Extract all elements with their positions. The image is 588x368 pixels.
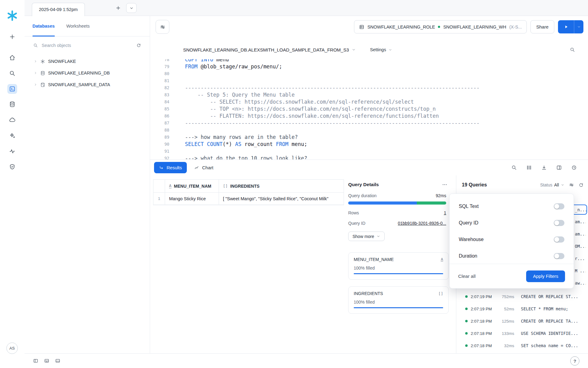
query-row-fragment[interactable]: OM... bbox=[575, 243, 586, 249]
query-history-row[interactable]: 2:07:19 PM52msSELECT * FROM menu; bbox=[456, 303, 588, 315]
query-row-fragment[interactable]: am... bbox=[575, 231, 586, 237]
add-tab-button[interactable] bbox=[113, 3, 123, 13]
array-type-icon: [] bbox=[223, 184, 228, 188]
menu-item-name-cell[interactable]: Mango Sticky Rice bbox=[165, 193, 219, 205]
refresh-objects-icon[interactable] bbox=[136, 43, 141, 48]
filter-toggle-row[interactable]: Duration bbox=[450, 248, 574, 264]
tab-list-dropdown[interactable] bbox=[126, 3, 137, 13]
chevron-right-icon[interactable] bbox=[34, 59, 37, 63]
column-stat-card[interactable]: MENU_ITEM_NAMEA100% filled bbox=[348, 252, 449, 280]
toggle-switch[interactable] bbox=[554, 236, 564, 243]
editor-line[interactable]: 81 bbox=[150, 77, 588, 84]
chart-tab-label: Chart bbox=[202, 165, 213, 170]
editor-line[interactable]: 85 -- TOP <n>: https://docs.snowflake.co… bbox=[150, 105, 588, 113]
editor-line[interactable]: 91 bbox=[150, 148, 588, 155]
new-worksheet-button[interactable] bbox=[7, 32, 17, 42]
column-header-ingredients[interactable]: [] INGREDIENTS bbox=[219, 180, 344, 192]
line-number: 91 bbox=[150, 148, 169, 155]
run-options-dropdown[interactable] bbox=[574, 20, 583, 33]
tree-item-snowflake_sample_data[interactable]: SNOWFLAKE_SAMPLE_DATA bbox=[24, 79, 150, 90]
search-nav-icon[interactable] bbox=[7, 68, 17, 78]
home-nav-icon[interactable] bbox=[7, 53, 17, 63]
results-tab[interactable]: Results bbox=[154, 162, 187, 173]
queries-count-title: 19 Queries bbox=[462, 182, 487, 188]
marketplace-cloud-icon[interactable] bbox=[7, 115, 17, 125]
tab-worksheets[interactable]: Worksheets bbox=[66, 16, 90, 36]
query-history-clock-icon[interactable] bbox=[571, 165, 577, 171]
toggle-knob bbox=[554, 204, 559, 209]
data-nav-icon[interactable] bbox=[7, 99, 17, 109]
editor-line[interactable]: 79FROM @blob_stage/raw_pos/menu/; bbox=[150, 63, 588, 70]
worksheet-settings-dropdown[interactable]: Settings bbox=[370, 47, 392, 52]
ai-ml-sparkle-icon[interactable] bbox=[7, 131, 17, 140]
worksheet-filters-button[interactable] bbox=[156, 20, 169, 34]
show-more-button[interactable]: Show more bbox=[348, 232, 385, 241]
layout-bottom-right-icon[interactable] bbox=[44, 358, 49, 363]
query-history-row[interactable]: 2:07:18 PM125msCREATE OR REPLACE TA... bbox=[456, 315, 588, 327]
toggle-switch[interactable] bbox=[554, 253, 564, 259]
editor-line[interactable]: 87--------------------------------------… bbox=[150, 120, 588, 127]
editor-search-icon[interactable] bbox=[570, 47, 575, 52]
editor-line[interactable]: 84 -- SELECT: https://docs.snowflake.com… bbox=[150, 98, 588, 105]
refresh-queries-icon[interactable] bbox=[579, 182, 584, 188]
share-button[interactable]: Share bbox=[530, 20, 554, 33]
status-filter-select[interactable]: Status All bbox=[540, 182, 564, 187]
editor-line[interactable]: 92---> what do the top 10 rows look like… bbox=[150, 155, 588, 159]
layout-bottom-panel-icon[interactable] bbox=[55, 358, 60, 363]
chevron-right-icon[interactable] bbox=[34, 83, 37, 86]
chart-tab[interactable]: Chart bbox=[189, 162, 218, 173]
sql-editor[interactable]: 78COPY INTO menu79FROM @blob_stage/raw_p… bbox=[150, 59, 588, 159]
line-number: 78 bbox=[150, 59, 169, 63]
query-details-more-icon[interactable] bbox=[442, 182, 447, 187]
queries-filter-icon[interactable] bbox=[569, 182, 574, 188]
editor-line[interactable]: 90SELECT COUNT(*) AS row_count FROM menu… bbox=[150, 141, 588, 148]
worksheet-context-breadcrumb[interactable]: SNOWFLAKE_LEARNING_DB.ALEXSMITH_LOAD_SAM… bbox=[183, 47, 356, 52]
activity-nav-icon[interactable] bbox=[7, 146, 17, 156]
apply-filters-button[interactable]: Apply Filters bbox=[526, 270, 565, 282]
ingredients-cell[interactable]: [ "Sweet Mango", "Sticky Salted Rice", "… bbox=[219, 193, 344, 205]
context-selector[interactable]: SNOWFLAKE_LEARNING_ROLE SNOWFLAKE_LEARNI… bbox=[354, 20, 527, 33]
editor-line[interactable]: 83 -- Step 5: Query the Menu table bbox=[150, 91, 588, 98]
columns-icon[interactable] bbox=[526, 165, 532, 171]
editor-line[interactable]: 80 bbox=[150, 70, 588, 77]
editor-line[interactable]: 86 -- FLATTEN: https://docs.snowflake.co… bbox=[150, 113, 588, 120]
worksheet-tab[interactable]: 2025-04-09 1:52pm bbox=[32, 3, 85, 16]
editor-line[interactable]: 78COPY INTO menu bbox=[150, 59, 588, 63]
tree-item-snowflake_learning_db[interactable]: SNOWFLAKE_LEARNING_DB bbox=[24, 67, 150, 79]
editor-line[interactable]: 88 bbox=[150, 127, 588, 134]
query-history-row[interactable]: 2:07:18 PM32msSET schema_name = CO... bbox=[456, 339, 588, 352]
query-history-row[interactable]: 2:07:18 PM133msUSE SCHEMA IDENTIFIE... bbox=[456, 327, 588, 339]
chevron-right-icon[interactable] bbox=[34, 71, 37, 75]
column-header-menu-item-name[interactable]: A MENU_ITEM_NAM bbox=[165, 180, 219, 192]
filter-toggle-row[interactable]: SQL Text bbox=[450, 198, 574, 215]
split-panel-icon[interactable] bbox=[556, 165, 562, 171]
toggle-switch[interactable] bbox=[554, 203, 564, 209]
editor-line[interactable]: 89---> how many rows are in the table? bbox=[150, 134, 588, 141]
filter-toggle-row[interactable]: Query ID bbox=[450, 215, 574, 231]
run-button[interactable] bbox=[558, 20, 574, 33]
filter-toggle-row[interactable]: Warehouse bbox=[450, 231, 574, 248]
clear-all-button[interactable]: Clear all bbox=[458, 274, 476, 279]
tab-databases[interactable]: Databases bbox=[32, 16, 55, 36]
query-id-link[interactable]: 01bb918b-3201-8926-0... bbox=[398, 221, 446, 226]
query-row-fragment[interactable]: am... bbox=[575, 219, 586, 224]
row-number-cell[interactable]: 1 bbox=[153, 193, 165, 205]
query-row-fragment[interactable]: M ... bbox=[575, 268, 586, 274]
query-row-fragment[interactable]: aw... bbox=[575, 280, 586, 286]
admin-shield-icon[interactable] bbox=[7, 162, 17, 172]
user-avatar[interactable]: AS bbox=[6, 343, 18, 354]
editor-line[interactable]: 82--------------------------------------… bbox=[150, 84, 588, 91]
query-row-fragment[interactable]: r... bbox=[575, 256, 586, 261]
tree-item-snowflake[interactable]: SNOWFLAKE bbox=[24, 56, 150, 67]
search-objects-input[interactable] bbox=[42, 43, 133, 48]
worksheets-nav-icon[interactable] bbox=[7, 84, 17, 94]
column-stat-card[interactable]: INGREDIENTS[]100% filled bbox=[348, 286, 449, 314]
help-button[interactable]: ? bbox=[570, 356, 579, 366]
query-history-row[interactable]: 2:07:19 PM752msCREATE OR REPLACE ST... bbox=[456, 290, 588, 303]
search-results-icon[interactable] bbox=[511, 165, 517, 171]
query-success-dot bbox=[465, 332, 468, 335]
toggle-switch[interactable] bbox=[554, 220, 564, 226]
rows-value-link[interactable]: 1 bbox=[444, 210, 446, 215]
layout-left-panel-icon[interactable] bbox=[33, 358, 38, 363]
download-results-icon[interactable] bbox=[541, 165, 547, 171]
